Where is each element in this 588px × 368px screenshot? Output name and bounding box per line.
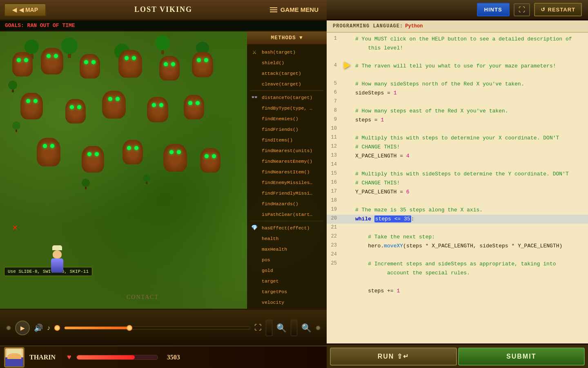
hints-button[interactable]: HINTS	[477, 3, 510, 16]
method-pos[interactable]: pos	[262, 257, 270, 263]
hero-avatar-image	[5, 348, 23, 366]
method-group-15: findHazards()	[247, 198, 327, 209]
method-group-6: findByType(type, …	[247, 103, 327, 113]
method-haseffect[interactable]: hasEffect(effect)	[262, 225, 310, 231]
method-attack[interactable]: attack(target)	[262, 71, 301, 76]
play-icon: ▶	[20, 325, 25, 331]
method-group-24: velocity	[247, 297, 327, 307]
code-line-21: 21	[327, 224, 588, 233]
method-health[interactable]: health	[262, 236, 278, 241]
game-menu-label: GAME MENU	[281, 6, 318, 13]
method-ispathclear[interactable]: isPathClear(start…	[262, 212, 312, 217]
heart-icon: ♥	[67, 353, 71, 361]
method-target[interactable]: target	[262, 278, 278, 284]
progress-container[interactable]	[64, 326, 250, 330]
line-num-25: 25	[327, 260, 341, 266]
hint-overlay: Use SLIDE-8, SWITCH-6, SKIP-11	[4, 267, 92, 276]
lang-label: PROGRAMMING LANGUAGE:	[333, 23, 403, 29]
spacer-icon-20	[250, 287, 258, 296]
zoom-out-button[interactable]: 🔍	[301, 323, 312, 333]
right-panel: HINTS ⛶ ↺ RESTART PROGRAMMING LANGUAGE: …	[327, 0, 588, 368]
method-group-2: shield()	[247, 57, 327, 68]
health-bar	[76, 355, 158, 360]
method-distanceto[interactable]: distanceTo(target)	[262, 95, 312, 100]
line-num-27	[327, 287, 341, 287]
method-findbytype[interactable]: findByType(type, …	[262, 105, 312, 111]
method-findfriendlymissi[interactable]: findFriendlyMissi…	[262, 191, 312, 196]
method-findnearestitem[interactable]: findNearestItem()	[262, 169, 310, 175]
method-findenemymissiles[interactable]: findEnemyMissiles…	[262, 180, 312, 185]
code-line-4: 4 # The raven will tell you what to use …	[327, 62, 588, 71]
methods-list[interactable]: ⚔ bash(target) shield() attack(target) c…	[247, 45, 327, 309]
game-area: ✕ Use SLIDE-8, SWITCH-6, SKIP-11 METHODS…	[0, 31, 327, 309]
method-finditems[interactable]: findItems()	[262, 137, 293, 143]
game-menu-button[interactable]: GAME MENU	[270, 6, 318, 13]
spacer-icon-14	[250, 210, 258, 218]
method-gold[interactable]: gold	[262, 268, 273, 273]
code-line-23: 23 hero.moveXY(steps * X_PACE_LENGTH, si…	[327, 242, 588, 251]
method-cleave[interactable]: cleave(target)	[262, 81, 301, 87]
method-targetpos[interactable]: targetPos	[262, 289, 287, 294]
code-line-15: 15 # Multiply this with sideSteps to det…	[327, 170, 588, 179]
code-line-25: 25 # Increment steps and sideSteps as ap…	[327, 260, 588, 269]
hero-name: THARIN	[29, 354, 62, 361]
play-button[interactable]: ▶	[15, 321, 30, 335]
line-content-10	[353, 125, 588, 126]
line-content-12: # CHANGE THIS!	[353, 143, 588, 152]
line-num-17: 17	[327, 188, 341, 194]
code-line-empty-1	[327, 53, 588, 62]
code-line-6: 6 sideSteps = 1	[327, 89, 588, 98]
method-findnearest[interactable]: findNearest(units)	[262, 148, 312, 153]
line-num-empty2	[327, 71, 341, 72]
method-group-5: 👓 distanceTo(target)	[247, 92, 327, 103]
line-num-1b	[327, 44, 341, 45]
tree-2	[61, 38, 78, 58]
code-editor[interactable]: 1 # You MUST click on the HELP button to…	[327, 33, 588, 343]
method-findenemies[interactable]: findEnemies()	[262, 116, 298, 121]
code-line-25b: account the special rules.	[327, 269, 588, 278]
method-findfriends[interactable]: findFriends()	[262, 127, 298, 132]
monster-1	[12, 52, 33, 76]
method-findhazards[interactable]: findHazards()	[262, 201, 298, 206]
line-num-11: 11	[327, 134, 341, 140]
code-line-1: 1 # You MUST click on the HELP button to…	[327, 35, 588, 44]
line-content-16: # CHANGE THIS!	[353, 179, 588, 188]
arrow-indicator	[344, 62, 350, 69]
line-num-26	[327, 278, 341, 278]
restart-button[interactable]: ↺ RESTART	[534, 3, 582, 16]
method-velocity[interactable]: velocity	[262, 300, 284, 305]
health-fill	[77, 355, 135, 359]
method-maxhealth[interactable]: maxHealth	[262, 247, 287, 252]
method-shield[interactable]: shield()	[262, 60, 284, 65]
music-button[interactable]: ♪	[47, 324, 50, 332]
method-group-12: findNearestItem()	[247, 166, 327, 177]
volume-icon: 🔊	[34, 324, 43, 332]
small-tree-4	[143, 175, 150, 184]
code-line-empty-2	[327, 71, 588, 80]
submit-button[interactable]: SUBMIT	[458, 348, 585, 366]
method-group-11: findNearestEnemy()	[247, 156, 327, 166]
line-num-empty1	[327, 53, 341, 54]
volume-button[interactable]: 🔊	[34, 323, 43, 332]
line-num-9: 9	[327, 116, 341, 122]
map-button[interactable]: ◀ ◀ MAP	[4, 3, 46, 16]
monster-6	[192, 52, 213, 77]
zoom-in-button[interactable]: 🔍	[276, 323, 287, 333]
goals-text: GOALS: RAN OUT OF TIME	[5, 22, 75, 29]
code-line-27: steps += 1	[327, 287, 588, 296]
line-num-1: 1	[327, 35, 341, 41]
run-button[interactable]: RUN ⇧↵	[330, 348, 457, 366]
method-bash[interactable]: bash(target)	[262, 49, 296, 55]
method-group-19: maxHealth	[247, 244, 327, 254]
method-group-3: attack(target)	[247, 68, 327, 79]
method-group-13: findEnemyMissiles…	[247, 177, 327, 188]
line-num-6: 6	[327, 89, 341, 95]
contact-label: CONTACT	[127, 294, 159, 301]
line-content-19: # The maze is 35 steps along the X axis.	[353, 206, 588, 215]
method-group-22: target	[247, 276, 327, 286]
fullscreen-button-editor[interactable]: ⛶	[514, 3, 530, 16]
method-findnearestenemy[interactable]: findNearestEnemy()	[262, 159, 312, 164]
fullscreen-button[interactable]: ⛶	[254, 323, 262, 332]
line-num-8: 8	[327, 107, 341, 113]
code-line-13: 13 X_PACE_LENGTH = 4	[327, 152, 588, 161]
